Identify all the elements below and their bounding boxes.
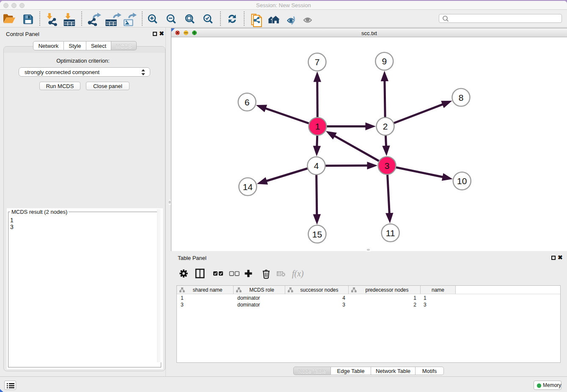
svg-text:11: 11 [386, 228, 395, 238]
svg-text:9: 9 [382, 56, 387, 66]
svg-text:f(x): f(x) [292, 269, 304, 279]
svg-text:6: 6 [245, 97, 250, 107]
svg-text:1: 1 [315, 121, 320, 131]
svg-text:14: 14 [243, 182, 253, 192]
svg-text:7: 7 [315, 57, 320, 67]
svg-text:3: 3 [385, 161, 390, 171]
svg-text:2: 2 [383, 121, 388, 131]
svg-text:4: 4 [314, 161, 319, 171]
svg-text:15: 15 [312, 229, 322, 239]
svg-text:10: 10 [457, 176, 467, 186]
svg-text:8: 8 [459, 93, 464, 102]
